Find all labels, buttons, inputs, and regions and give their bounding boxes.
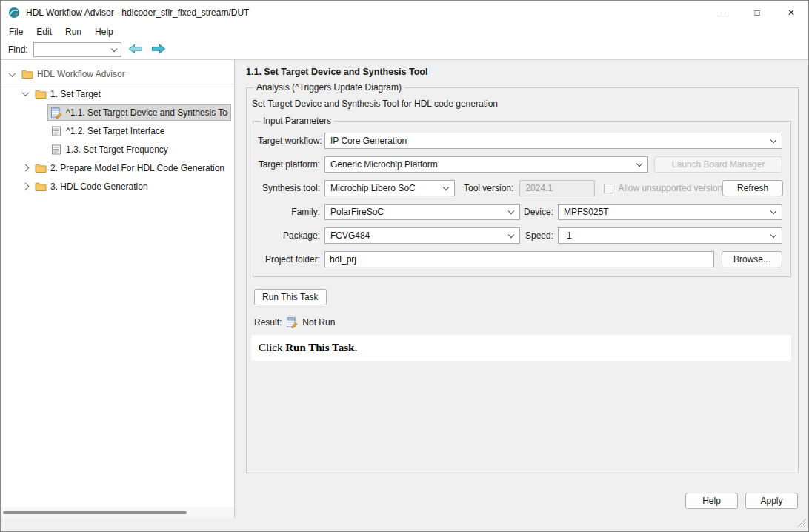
tree-item-set-target-frequency[interactable]: 1.3. Set Target Frequency (1, 140, 234, 159)
allow-unsupported-version-label: Allow unsupported version (618, 183, 722, 193)
synthesis-tool-label: Synthesis tool: (258, 183, 320, 193)
find-next-button[interactable] (150, 43, 167, 56)
menu-file[interactable]: File (2, 24, 30, 39)
close-icon[interactable]: ✕ (774, 1, 808, 24)
analysis-group: Analysis (^Triggers Update Diagram) Set … (246, 82, 799, 473)
folder-icon (35, 181, 47, 193)
package-label: Package: (258, 230, 320, 241)
tree-item-hdl-code-generation[interactable]: 3. HDL Code Generation (1, 177, 234, 196)
tree-item-set-target[interactable]: 1. Set Target (1, 84, 234, 103)
folder-icon (21, 68, 33, 80)
browse-button[interactable]: Browse... (722, 251, 782, 267)
synthesis-tool-select[interactable]: Microchip Libero SoC (324, 180, 455, 196)
document-list-icon (50, 144, 62, 156)
chevron-down-icon (508, 231, 514, 237)
apply-button[interactable]: Apply (745, 493, 798, 509)
expander-icon[interactable] (19, 165, 32, 170)
family-label: Family: (258, 207, 320, 217)
task-icon (50, 107, 62, 119)
main-area: HDL Workflow Advisor 1. Set Target (1, 60, 808, 518)
find-previous-button[interactable] (127, 43, 144, 56)
speed-label: Speed: (520, 230, 553, 241)
expander-icon[interactable] (5, 72, 19, 77)
refresh-button[interactable]: Refresh (722, 180, 783, 196)
result-row: Result: Not Run (254, 316, 791, 328)
tree-item-label: 1.3. Set Target Frequency (66, 144, 168, 155)
chevron-down-icon (110, 45, 116, 51)
result-status: Not Run (302, 317, 335, 327)
footer-buttons: Help Apply (246, 493, 799, 509)
arrow-right-icon (151, 44, 166, 56)
tree-item-label: 3. HDL Code Generation (50, 182, 148, 192)
tree-item-prepare-model[interactable]: 2. Prepare Model For HDL Code Generation (1, 159, 234, 177)
launch-board-manager-button: Launch Board Manager (654, 156, 782, 173)
tree-item-label: 2. Prepare Model For HDL Code Generation (50, 163, 224, 173)
menubar: File Edit Run Help (1, 24, 808, 40)
project-folder-row: Project folder: Browse... (258, 251, 782, 267)
allow-unsupported-version-checkbox (604, 184, 613, 193)
chevron-down-icon (770, 207, 776, 213)
window-controls: ─ □ ✕ (706, 1, 808, 24)
package-speed-row: Package: FCVG484 Speed: -1 (258, 227, 782, 244)
project-folder-input[interactable] (324, 251, 714, 267)
folder-icon (35, 162, 47, 174)
minimize-icon[interactable]: ─ (706, 1, 740, 24)
expander-icon[interactable] (19, 91, 32, 96)
chevron-down-icon (508, 207, 514, 213)
result-message-area: Click Run This Task. (251, 335, 791, 361)
menu-edit[interactable]: Edit (30, 24, 59, 39)
window-bottom-strip (1, 518, 808, 531)
input-parameters-group: Input Parameters Target workflow: IP Cor… (253, 116, 791, 277)
task-status-icon (286, 316, 298, 328)
arrow-left-icon (128, 44, 143, 56)
chevron-down-icon (770, 136, 776, 142)
tool-version-field: 2024.1 (519, 180, 595, 196)
tree-item-label: ^1.1. Set Target Device and Synthesis To… (66, 107, 228, 118)
scrollbar-thumb[interactable] (3, 511, 187, 514)
titlebar: HDL Workflow Advisor - hdlcoder_sfir_fix… (1, 1, 808, 24)
hdl-workflow-advisor-window: HDL Workflow Advisor - hdlcoder_sfir_fix… (0, 0, 809, 532)
folder-icon (35, 88, 47, 100)
project-folder-label: Project folder: (258, 254, 320, 265)
tree-item-set-target-interface[interactable]: ^1.2. Set Target Interface (1, 122, 234, 140)
task-description: Set Target Device and Synthesis Tool for… (252, 99, 791, 109)
device-label: Device: (520, 207, 553, 217)
document-list-icon (50, 125, 62, 137)
chevron-down-icon (636, 160, 642, 166)
target-workflow-label: Target workflow: (258, 136, 320, 146)
resize-grip[interactable] (797, 518, 807, 530)
target-workflow-select[interactable]: IP Core Generation (324, 133, 782, 149)
target-workflow-row: Target workflow: IP Core Generation (258, 133, 782, 149)
window-title: HDL Workflow Advisor - hdlcoder_sfir_fix… (26, 7, 249, 18)
menu-help[interactable]: Help (88, 24, 120, 39)
package-select[interactable]: FCVG484 (324, 227, 520, 244)
app-icon (8, 7, 20, 19)
page-title: 1.1. Set Target Device and Synthesis Too… (246, 67, 799, 77)
family-select[interactable]: PolarFireSoC (324, 204, 520, 220)
chevron-down-icon (770, 231, 776, 237)
menu-run[interactable]: Run (59, 24, 88, 39)
find-label: Find: (8, 44, 28, 55)
target-platform-label: Target platform: (258, 159, 320, 170)
target-platform-select[interactable]: Generic Microchip Platform (324, 156, 648, 173)
analysis-group-legend: Analysis (^Triggers Update Diagram) (253, 82, 404, 93)
input-parameters-legend: Input Parameters (260, 116, 334, 126)
task-pane: 1.1. Set Target Device and Synthesis Too… (235, 60, 808, 518)
speed-select[interactable]: -1 (558, 227, 782, 244)
device-select[interactable]: MPFS025T (558, 204, 782, 220)
tree-item-label: 1. Set Target (50, 89, 101, 99)
tool-version-label: Tool version: (464, 183, 513, 193)
help-button[interactable]: Help (685, 493, 738, 509)
run-this-task-button[interactable]: Run This Task (254, 289, 327, 305)
find-input[interactable] (33, 42, 121, 57)
family-device-row: Family: PolarFireSoC Device: MPFS025T (258, 204, 782, 220)
tree-item-set-target-device-and-synthesis-tool[interactable]: ^1.1. Set Target Device and Synthesis To… (1, 103, 234, 122)
tree-horizontal-scrollbar[interactable] (1, 507, 234, 518)
chevron-down-icon (443, 184, 449, 190)
tree-item-hdl-workflow-advisor[interactable]: HDL Workflow Advisor (1, 64, 234, 84)
result-label: Result: (254, 317, 282, 327)
maximize-icon[interactable]: □ (740, 1, 774, 24)
target-platform-row: Target platform: Generic Microchip Platf… (258, 156, 782, 173)
expander-icon[interactable] (19, 184, 32, 189)
tree-item-label: HDL Workflow Advisor (37, 69, 125, 79)
